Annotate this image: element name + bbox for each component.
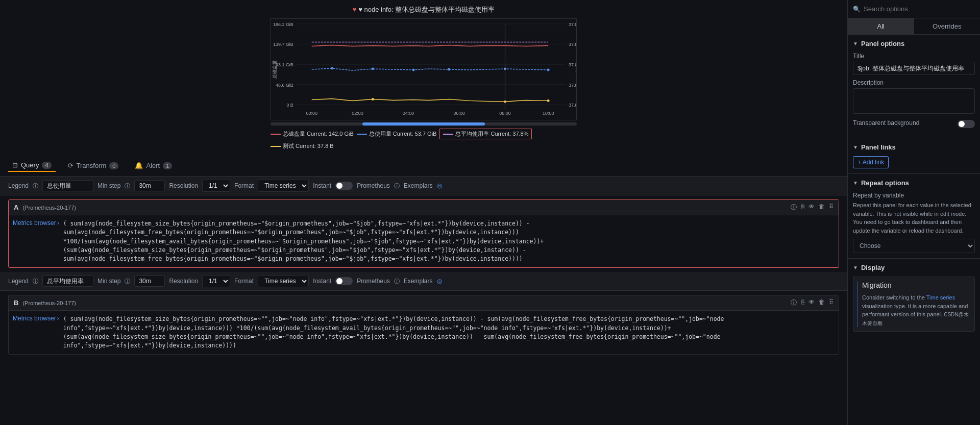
query-b-drag-icon[interactable]: ⠿ [829,298,834,307]
query-a-delete-icon[interactable]: 🗑 [819,203,825,212]
query-b-copy-icon[interactable]: ⎘ [801,298,804,307]
tab-overrides[interactable]: Overrides [914,18,981,34]
transparent-bg-row: Transparent background [853,119,975,129]
query-b-hide-icon[interactable]: 👁 [808,298,815,307]
migration-blue-bar [857,281,858,327]
tab-query-badge: 4 [42,162,51,169]
panel-links-section: ▼ Panel links + Add link [848,138,980,174]
metrics-browser-btn-b[interactable]: Metrics browser [13,315,59,322]
tab-alert[interactable]: 🔔 Alert 1 [131,160,176,171]
migration-content: Migration Consider switching to the Time… [862,281,970,327]
search-input[interactable] [864,5,975,13]
transparent-bg-toggle[interactable] [958,120,975,128]
legend-input-2[interactable] [42,276,93,287]
instant-label: Instant [313,182,331,189]
min-step-label-2: Min step [97,278,120,285]
display-title: Display [861,264,885,271]
panel-links-header[interactable]: ▼ Panel links [853,143,975,151]
svg-text:37.8%: 37.8% [569,103,576,108]
panel-view-tabs: All Overrides [848,18,980,35]
svg-text:磁盘使用率: 磁盘使用率 [575,58,576,81]
format-select-2[interactable]: Time series [258,275,309,287]
title-field-input[interactable] [853,62,975,75]
legend-input[interactable] [42,180,93,191]
display-section-header[interactable]: ▼ Display [853,264,975,271]
add-link-button[interactable]: + Add link [853,156,889,168]
panel-links-chevron: ▼ [853,144,858,150]
tab-transform-badge: 0 [109,162,118,169]
time-series-link[interactable]: Time series [926,294,955,301]
min-step-input[interactable] [134,180,165,191]
legend-info-icon-2: ⓘ [33,278,38,285]
query-b-expression[interactable]: ( sum(avg(node_filesystem_size_bytes{ori… [63,315,835,350]
panel-options-chevron: ▼ [853,41,858,46]
panel-options-title: Panel options [861,40,904,47]
query-a-source: (Prometheus-20-177) [22,205,76,211]
chart-scrollbar[interactable] [271,122,577,126]
query-tabs: ⊡ Query 4 ⟳ Transform 0 🔔 Alert 1 [0,155,847,177]
query-a-legend-bar: Legend ⓘ Min step ⓘ Resolution 1/1 Forma… [0,272,847,291]
query-a-copy-icon[interactable]: ⎘ [801,203,804,212]
chart-container: ♥ ♥ node info: 整体总磁盘与整体平均磁盘使用率 186.3 GiB… [271,5,577,150]
resolution-select-2[interactable]: 1/1 [202,275,230,287]
tab-transform-label: Transform [77,162,107,169]
instant-toggle-2[interactable] [335,277,353,285]
legend-item-avg: 总平均使用率 Current: 37.8% [439,129,532,139]
description-field-textarea[interactable] [853,88,975,114]
svg-text:139.7 GiB: 139.7 GiB [273,42,293,47]
svg-text:37.8%: 37.8% [569,42,576,47]
query-b-delete-icon[interactable]: 🗑 [819,298,825,307]
tab-transform[interactable]: ⟳ Transform 0 [64,160,123,171]
svg-text:总磁盘量: 总磁盘量 [272,60,277,79]
repeat-description: Repeat this panel for each value in the … [853,201,975,235]
svg-text:00:00: 00:00 [306,111,317,116]
tab-all[interactable]: All [848,18,914,34]
query-a-info-icon[interactable]: ⓘ [791,203,797,212]
prometheus-label-2: Prometheus [357,278,390,285]
svg-text:0 B: 0 B [286,103,293,108]
svg-text:06:00: 06:00 [454,111,465,116]
panel-options-section: ▼ Panel options Title Description Transp… [848,35,980,138]
svg-point-29 [372,98,374,101]
format-select[interactable]: Time series [258,180,309,192]
format-label-2: Format [234,278,254,285]
repeat-select[interactable]: Choose [853,239,975,253]
chart-area: 186.3 GiB 139.7 GiB 93.1 GiB 46.6 GiB 0 … [271,18,577,120]
query-b-body: Metrics browser ( sum(avg(node_filesyste… [9,311,839,354]
legend-label: Legend [8,182,29,189]
legend-label-disk: 总磁盘量 Current: 142.0 GiB [283,130,354,138]
legend-label-test: 测试 Current: 37.8 B [283,142,334,150]
svg-point-26 [448,68,450,71]
prometheus-info-icon-2: ⓘ [394,278,400,285]
instant-toggle[interactable] [335,182,353,190]
svg-text:93.1 GiB: 93.1 GiB [276,62,293,67]
query-b-label: B [14,299,18,307]
query-b-info-icon[interactable]: ⓘ [791,298,797,307]
query-a-drag-icon[interactable]: ⠿ [829,203,834,212]
exemplars-label-2: Exemplars [404,278,433,285]
tab-alert-label: Alert [146,162,160,169]
svg-point-25 [412,69,415,71]
exemplars-icon: ◎ [437,182,442,189]
repeat-options-header[interactable]: ▼ Repeat options [853,179,975,187]
query-block-b: B (Prometheus-20-177) ⓘ ⎘ 👁 🗑 ⠿ Metrics … [8,295,839,355]
tab-query[interactable]: ⊡ Query 4 [8,159,56,172]
transparent-bg-label: Transparent background [853,119,919,127]
legend-label-usage: 总使用量 Current: 53.7 GiB [369,130,437,138]
query-a-header: A (Prometheus-20-177) ⓘ ⎘ 👁 🗑 ⠿ [9,200,839,215]
query-a-hide-icon[interactable]: 👁 [808,203,815,212]
panel-options-header[interactable]: ▼ Panel options [853,40,975,47]
heart-icon: ♥ [353,6,357,13]
svg-point-31 [547,99,550,102]
resolution-select[interactable]: 1/1 [202,180,230,192]
panel-links-title: Panel links [861,143,896,151]
migration-text: Consider switching to the Time series vi… [862,293,970,327]
svg-text:186.3 GiB: 186.3 GiB [273,22,293,27]
query-a-expression[interactable]: ( sum(avg(node_filesystem_size_bytes{ori… [63,219,835,263]
legend-item-disk: 总磁盘量 Current: 142.0 GiB [271,130,354,138]
min-step-input-2[interactable] [134,276,165,287]
min-step-info-icon-2: ⓘ [125,278,130,285]
metrics-browser-btn-a[interactable]: Metrics browser [13,219,59,227]
query-a-actions: ⓘ ⎘ 👁 🗑 ⠿ [791,203,834,212]
exemplars-icon-2: ◎ [437,278,442,285]
